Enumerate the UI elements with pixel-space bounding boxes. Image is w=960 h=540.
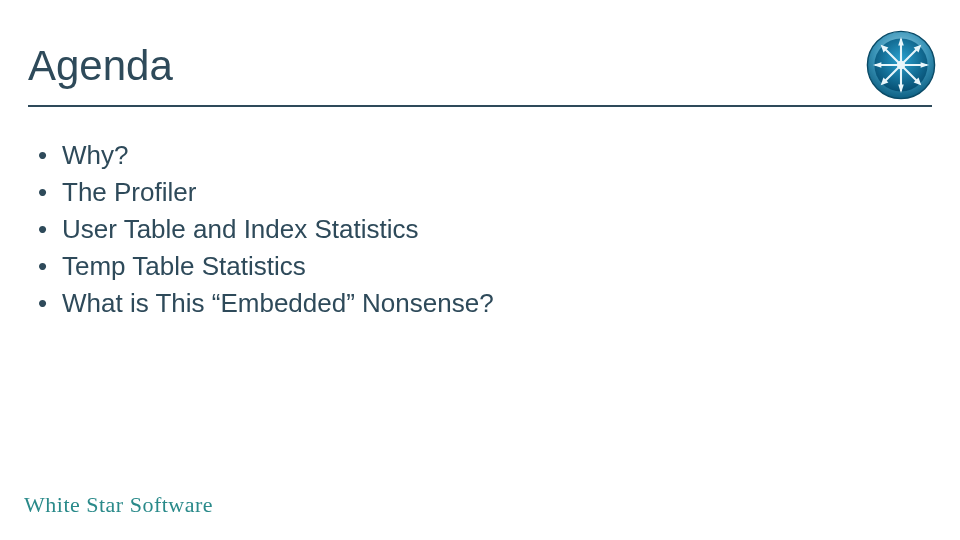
list-item: User Table and Index Statistics (38, 212, 494, 247)
title-divider (28, 105, 932, 107)
footer-brand: White Star Software (24, 492, 213, 518)
slide-title: Agenda (28, 42, 173, 90)
corner-logo-icon (866, 30, 936, 100)
svg-point-14 (897, 61, 905, 69)
list-item: Temp Table Statistics (38, 249, 494, 284)
list-item: Why? (38, 138, 494, 173)
slide: Agenda (0, 0, 960, 540)
agenda-list: Why? The Profiler User Table and Index S… (38, 138, 494, 323)
list-item: What is This “Embedded” Nonsense? (38, 286, 494, 321)
list-item: The Profiler (38, 175, 494, 210)
